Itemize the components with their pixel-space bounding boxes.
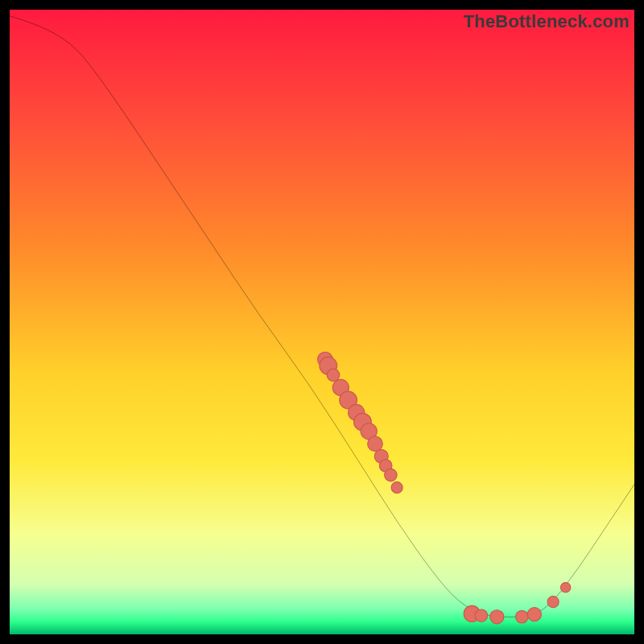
data-marker xyxy=(527,608,541,621)
watermark-text: TheBottleneck.com xyxy=(464,11,630,32)
data-marker xyxy=(385,469,398,481)
data-marker xyxy=(490,610,504,624)
data-marker xyxy=(547,597,559,608)
data-marker xyxy=(560,583,570,592)
data-marker xyxy=(516,611,529,624)
data-marker xyxy=(475,609,488,622)
gradient-background xyxy=(10,10,634,634)
data-marker xyxy=(327,369,340,382)
plot-canvas xyxy=(10,10,634,634)
data-marker xyxy=(391,482,402,493)
